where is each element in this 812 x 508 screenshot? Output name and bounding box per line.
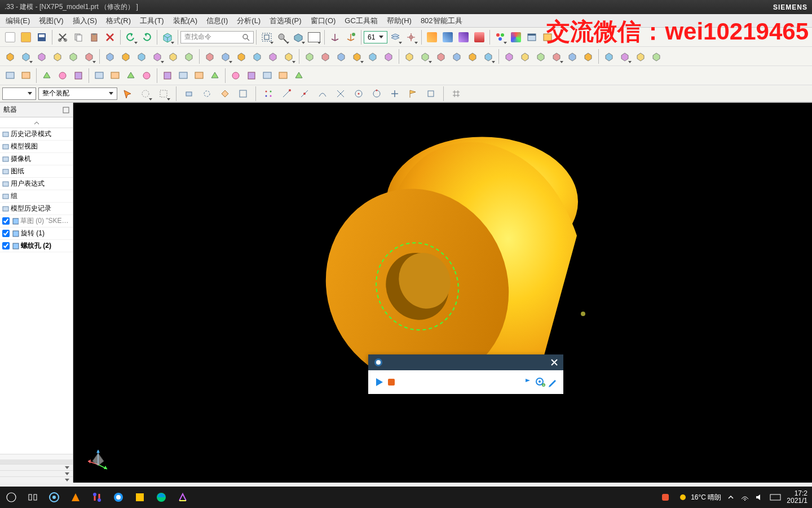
menu-item[interactable]: 首选项(P) [266,15,304,27]
close-icon[interactable] [550,358,559,367]
menu-item[interactable]: 802智能工具 [417,15,466,27]
feature-button[interactable] [34,49,50,64]
snap-旗-button[interactable] [405,86,421,102]
feature-button[interactable] [81,49,97,64]
menu-item[interactable]: 帮助(H) [383,15,415,27]
analysis-button-2[interactable] [440,29,456,45]
feature-button[interactable] [233,49,249,64]
keyboard-icon[interactable] [770,494,781,501]
menu-item[interactable]: 装配(A) [170,15,201,27]
menu-item[interactable]: 编辑(E) [2,15,33,27]
feature-tree-item[interactable]: 草图 (0) "SKETCH [0,215,73,227]
weather-widget[interactable]: 16°C 晴朗 [678,492,721,502]
analysis-button-3[interactable] [456,29,471,45]
feature-button[interactable] [39,68,55,84]
snap-plus-button[interactable] [387,86,403,102]
feature-button[interactable] [365,49,381,64]
app-icon-6[interactable] [176,491,189,504]
sel-tool-4[interactable] [181,86,197,102]
feature-button[interactable] [181,49,197,64]
tree-item[interactable]: 组 [0,190,73,203]
feature-button[interactable] [165,49,181,64]
feature-button[interactable] [275,68,291,84]
feature-button[interactable] [648,49,664,64]
menu-item[interactable]: GC工具箱 [341,15,381,27]
sel-tool-3[interactable] [156,86,171,102]
feature-button[interactable] [302,49,317,64]
view-style-button[interactable] [290,29,306,45]
feature-checkbox[interactable] [2,217,10,225]
new-file-button[interactable] [2,29,18,45]
feature-button[interactable] [517,49,533,64]
feature-button[interactable] [291,68,307,84]
feature-button[interactable] [18,68,34,84]
feature-button[interactable] [281,49,297,64]
feature-button[interactable] [433,49,449,64]
feature-button[interactable] [259,68,275,84]
feature-button[interactable] [381,49,396,64]
feature-button[interactable] [139,68,155,84]
feature-button[interactable] [601,49,617,64]
tree-item[interactable]: 图纸 [0,165,73,178]
feature-button[interactable] [317,49,333,64]
snap-center-button[interactable] [351,86,367,102]
feature-button[interactable] [501,49,517,64]
render-button[interactable] [508,29,524,45]
tray-chevron-icon[interactable] [727,493,735,501]
snap-curve-button[interactable] [315,86,330,102]
menu-item[interactable]: 窗口(O) [307,15,339,27]
tray-icon-1[interactable] [659,491,672,504]
redo-button[interactable] [139,29,155,45]
tree-item[interactable]: 模型视图 [0,141,73,153]
view-triad[interactable] [85,444,112,471]
feature-button[interactable] [175,68,191,84]
sel-tool-6[interactable] [217,86,233,102]
3d-viewport[interactable]: + [73,103,812,483]
wcs-orient-button[interactable] [343,29,359,45]
analysis-button-1[interactable] [424,29,440,45]
app-icon-5[interactable] [133,491,147,504]
menu-item[interactable]: 视图(V) [36,15,67,27]
layers-button[interactable] [387,29,403,45]
filter-combo-1[interactable] [2,87,36,100]
fit-view-button[interactable] [259,29,275,45]
edge-icon[interactable] [155,491,168,504]
snap-mid-button[interactable] [297,86,312,102]
snap-quad-button[interactable] [369,86,385,102]
feature-button[interactable] [70,68,86,84]
menu-item[interactable]: 插入(S) [69,15,100,27]
analysis-button-4[interactable] [471,29,487,45]
feature-tree-item[interactable]: 螺纹孔 (2) [0,240,73,252]
wifi-icon[interactable] [740,493,749,501]
feature-button[interactable] [228,68,244,84]
feature-button[interactable] [533,49,549,64]
sel-tool-5[interactable] [199,86,215,102]
tree-item[interactable]: 模型历史记录 [0,203,73,215]
layer-combo[interactable]: 61 [364,31,387,43]
paste-button[interactable] [86,29,102,45]
feature-button[interactable] [65,49,81,64]
feature-button[interactable] [191,68,207,84]
feature-button[interactable] [564,49,580,64]
collapse-bar-1[interactable] [0,464,73,470]
menu-item[interactable]: 工具(T) [136,15,167,27]
collapse-bar-3[interactable] [0,476,73,483]
feature-button[interactable] [50,49,65,64]
feature-button[interactable] [617,49,633,64]
sel-tool-7[interactable] [235,86,251,102]
feature-button[interactable] [249,49,265,64]
pin-icon[interactable] [63,107,69,113]
feature-button[interactable] [633,49,648,64]
feature-button[interactable] [449,49,465,64]
start-button[interactable] [5,491,18,504]
feature-button[interactable] [480,49,496,64]
task-view-button[interactable] [26,491,39,504]
feature-button[interactable] [149,49,165,64]
snap-tool-x[interactable] [423,86,439,102]
menu-item[interactable]: 信息(I) [203,15,231,27]
feature-button[interactable] [2,49,18,64]
clock[interactable]: 17:2 2021/1 [787,490,807,505]
app-icon-2[interactable] [69,491,82,504]
feature-button[interactable] [123,68,139,84]
cut-button[interactable] [55,29,70,45]
